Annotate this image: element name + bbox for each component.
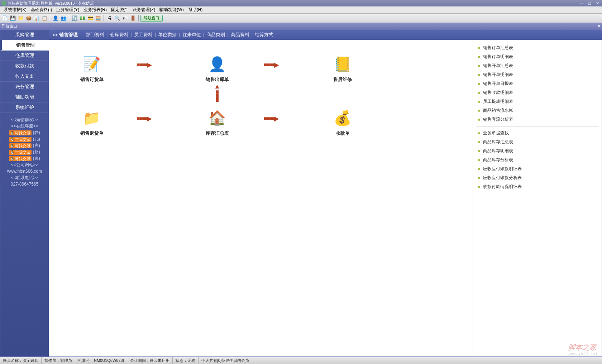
- breadcrumb-link-5[interactable]: 商品类别: [206, 32, 226, 37]
- tool-tag-icon[interactable]: 🏷: [121, 15, 129, 22]
- tool-new-icon[interactable]: 📄: [1, 15, 9, 22]
- report-g2-1[interactable]: 商品库存汇总表: [476, 138, 599, 147]
- sidebar-item-7[interactable]: 系统维护: [0, 102, 49, 113]
- sidebar-item-1[interactable]: 销售管理: [0, 40, 49, 51]
- breadcrumb: >> 销售管理 部门资料|仓库资料|员工资料|单位类别|往来单位|商品类别|商品…: [49, 30, 602, 40]
- tool-chart-icon[interactable]: 📊: [33, 15, 40, 22]
- close-button[interactable]: ✕: [594, 1, 601, 6]
- menu-item-1[interactable]: 基础资料(I): [29, 7, 54, 13]
- arrow-r1-1: ■■■■: [137, 61, 151, 68]
- workspace: 📝销售订货单👤销售出库单📒售后维修📁销售退货单🏠库存汇总表💰收款单■■■■■■■…: [49, 40, 602, 356]
- flow-r1-2[interactable]: 📒售后维修: [325, 54, 360, 83]
- tool-list-icon[interactable]: 📋: [41, 15, 48, 22]
- report-g1-0[interactable]: 销售订单汇总表: [476, 43, 599, 52]
- chat-link-0[interactable]: 与我交谈: [9, 130, 32, 135]
- chat-link-3[interactable]: 与我交谈: [9, 150, 32, 155]
- menu-item-3[interactable]: 业务报表(R): [81, 7, 109, 13]
- tool-card-icon[interactable]: 💳: [87, 15, 94, 22]
- status-machine: 机器号：NM0U1Q6W823I: [75, 357, 127, 364]
- report-g1-2[interactable]: 销售开单汇总表: [476, 61, 599, 70]
- flow-r2-1[interactable]: 🏠库存汇总表: [199, 108, 235, 136]
- status-operator: 操作员：管理员: [42, 357, 75, 364]
- menu-item-7[interactable]: 帮助(H): [186, 7, 205, 13]
- tool-print-icon[interactable]: 🖨: [106, 15, 113, 22]
- toolbar-separator: [50, 15, 50, 21]
- tool-calc-icon[interactable]: 🧮: [95, 15, 102, 22]
- flow-r1-0[interactable]: 📝销售订货单: [74, 54, 110, 83]
- report-g2-3[interactable]: 商品库存分析表: [476, 155, 599, 164]
- window-controls: — □ ✕: [578, 1, 601, 6]
- content: >> 销售管理 部门资料|仓库资料|员工资料|单位类别|往来单位|商品类别|商品…: [49, 30, 602, 356]
- sidebar-item-0[interactable]: 采购管理: [0, 30, 49, 40]
- chat-link-2[interactable]: 与我交谈: [9, 143, 32, 148]
- subwindow-close-icon[interactable]: ✕: [597, 24, 601, 29]
- report-g1-8[interactable]: 销售客流分析表: [476, 115, 599, 124]
- tool-exit-icon[interactable]: 🚪: [129, 15, 137, 22]
- report-panel: 销售订单汇总表销售订单明细表销售开单汇总表销售开单明细表销售开单日报表销售收款明…: [473, 40, 602, 356]
- breadcrumb-link-3[interactable]: 单位类别: [157, 32, 177, 37]
- menu-item-4[interactable]: 固定资产: [109, 7, 130, 13]
- nav-window-button[interactable]: 导航窗口: [140, 15, 163, 22]
- report-g1-7[interactable]: 商品销售流水帐: [476, 106, 599, 115]
- menu-item-0[interactable]: 系统维护(X): [1, 7, 29, 13]
- tool-save-icon[interactable]: 💾: [9, 15, 16, 22]
- sidebar-links: <<短信群发>> <<在线客服>> 与我交谈 (静)与我交谈 (几)与我交谈 (…: [0, 116, 49, 187]
- breadcrumb-link-6[interactable]: 商品资料: [230, 32, 250, 37]
- report-g2-2[interactable]: 商品库存明细表: [476, 147, 599, 155]
- report-g2-4[interactable]: 应收应付账款明细表: [476, 164, 599, 173]
- minimize-button[interactable]: —: [578, 1, 585, 6]
- status-account: 账套名称：演示账套: [0, 357, 42, 364]
- sidebar-item-4[interactable]: 收入支出: [0, 71, 49, 82]
- tool-refresh-icon[interactable]: 🔄: [71, 15, 78, 22]
- tool-users-icon[interactable]: 👥: [60, 15, 67, 22]
- statusbar: 账套名称：演示账套 操作员：管理员 机器号：NM0U1Q6W823I 会计期间：…: [0, 357, 602, 364]
- subwindow-header: 导航窗口 ✕: [0, 23, 602, 29]
- breadcrumb-link-2[interactable]: 员工资料: [133, 32, 153, 37]
- tool-user-icon[interactable]: 👤: [52, 15, 59, 22]
- report-g1-1[interactable]: 销售订单明细表: [476, 52, 599, 61]
- tool-box-icon[interactable]: 📦: [25, 15, 32, 22]
- status-state: 状态：无狗: [173, 357, 199, 364]
- chat-link-1[interactable]: 与我交谈: [9, 137, 32, 142]
- flow-r2-2[interactable]: 💰收款单: [325, 108, 360, 136]
- flow-r2-0[interactable]: 📁销售退货单: [74, 108, 110, 136]
- online-service-link[interactable]: <<在线客服>>: [0, 123, 49, 129]
- titlebar: 速拓家纺管理系统[辉煌版] Ver19.0613 - 某家纺店 — □ ✕: [0, 0, 602, 6]
- breadcrumb-link-4[interactable]: 往来单位: [182, 32, 202, 37]
- flow-r1-1-icon: 👤: [207, 54, 227, 74]
- flow-r1-1[interactable]: 👤销售出库单: [199, 54, 235, 83]
- sidebar-item-6[interactable]: 辅助功能: [0, 92, 49, 102]
- breadcrumb-link-1[interactable]: 仓库资料: [109, 32, 129, 37]
- tool-search-icon[interactable]: 🔍: [114, 15, 121, 22]
- menu-item-5[interactable]: 账务管理(Z): [130, 7, 157, 13]
- sidebar-item-5[interactable]: 账务管理: [0, 82, 49, 92]
- arrow-r2-1: ■■■■: [137, 115, 151, 122]
- menu-item-2[interactable]: 业务管理(Y): [54, 7, 81, 13]
- breadcrumb-link-7[interactable]: 结算方式: [254, 32, 274, 37]
- sms-link[interactable]: <<短信群发>>: [0, 116, 49, 123]
- sidebar-item-2[interactable]: 仓库管理: [0, 51, 49, 61]
- site-url[interactable]: www.hbst666.com: [7, 169, 42, 174]
- chat-link-4[interactable]: 与我交谈: [9, 156, 32, 161]
- arrow-r2-2: ■■■■: [264, 115, 278, 122]
- menu-item-6[interactable]: 辅助功能(W): [157, 7, 186, 13]
- sidebar-item-3[interactable]: 收款付款: [0, 61, 49, 71]
- report-g1-4[interactable]: 销售开单日报表: [476, 79, 599, 88]
- flow-r1-2-label: 售后维修: [325, 76, 360, 83]
- status-period: 会计期间：账套未启用: [127, 357, 173, 364]
- tool-folder-icon[interactable]: 📁: [17, 15, 24, 22]
- phone-number: 027-86647565: [0, 181, 49, 187]
- flow-r2-2-label: 收款单: [325, 130, 360, 136]
- tool-money-icon[interactable]: 💵: [79, 15, 86, 22]
- report-g1-6[interactable]: 员工提成明细表: [476, 97, 599, 106]
- breadcrumb-link-0[interactable]: 部门资料: [85, 32, 105, 37]
- report-g1-5[interactable]: 销售收款明细表: [476, 88, 599, 97]
- report-g2-6[interactable]: 收款付款情况明细表: [476, 182, 599, 191]
- maximize-button[interactable]: □: [586, 1, 593, 6]
- report-g2-5[interactable]: 应收应付账款分析表: [476, 173, 599, 182]
- report-g1-3[interactable]: 销售开单明细表: [476, 70, 599, 79]
- toolbar-separator: [138, 15, 139, 21]
- report-g2-0[interactable]: 业务单据查找: [476, 129, 599, 138]
- breadcrumb-title: 销售管理: [59, 32, 78, 38]
- subwindow-title: 导航窗口: [1, 24, 17, 29]
